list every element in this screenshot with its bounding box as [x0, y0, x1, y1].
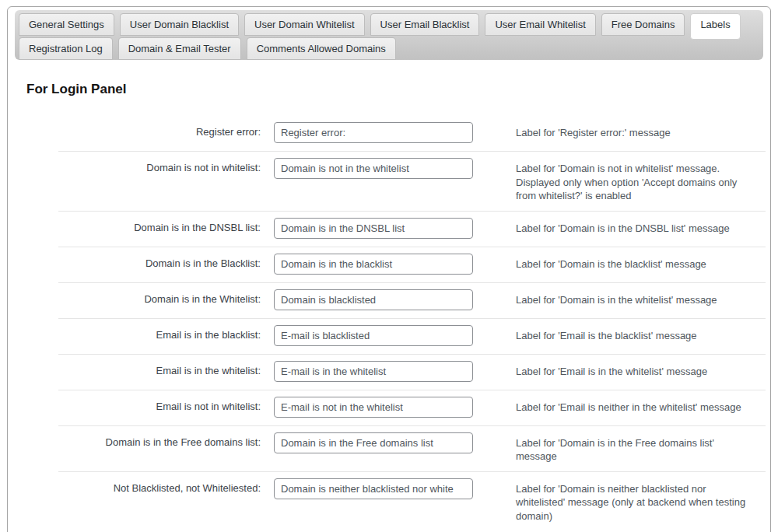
tab-comments-allowed-domains[interactable]: Comments Allowed Domains	[247, 37, 396, 60]
tab-labels[interactable]: Labels	[690, 13, 740, 40]
form-row-email-not-in-whitelist: Email is not in whitelist: Label for 'Em…	[58, 390, 766, 425]
labels-form: Register error: Label for 'Register erro…	[58, 116, 766, 530]
tab-row-2: Registration Log Domain & Email Tester C…	[19, 37, 759, 60]
row-input-wrap	[274, 325, 473, 346]
email-not-in-whitelist-input[interactable]	[274, 397, 473, 418]
form-row-domain-not-in-whitelist: Domain is not in whitelist: Label for 'D…	[58, 151, 766, 211]
row-label: Domain is in the DNSBL list:	[58, 218, 261, 233]
domain-in-dnsbl-input[interactable]	[274, 218, 473, 239]
tab-row-1: General Settings User Domain Blacklist U…	[19, 13, 759, 36]
row-description: Label for 'Domain is the blacklist' mess…	[516, 254, 753, 271]
row-description: Label for 'Email is in the whitelist' me…	[516, 361, 753, 379]
row-label: Domain is in the Whitelist:	[58, 289, 261, 305]
row-input-wrap	[274, 361, 473, 382]
row-description: Label for 'Domain is not in whitelist' m…	[516, 158, 753, 203]
row-description: Label for 'Email is the blacklist' messa…	[516, 325, 753, 343]
tab-free-domains[interactable]: Free Domains	[601, 13, 685, 36]
row-description: Label for 'Domain is in the DNSBL list' …	[516, 218, 753, 236]
form-row-email-in-whitelist: Email is in the whitelist: Label for 'Em…	[58, 354, 766, 390]
row-input-wrap	[274, 158, 473, 179]
form-row-domain-in-free-domains: Domain is in the Free domains list: Labe…	[58, 425, 766, 471]
domain-not-in-whitelist-input[interactable]	[274, 158, 473, 179]
row-input-wrap	[274, 397, 473, 418]
form-row-domain-in-whitelist: Domain is in the Whitelist: Label for 'D…	[58, 282, 766, 318]
tab-general-settings[interactable]: General Settings	[19, 13, 114, 36]
domain-in-blacklist-input[interactable]	[274, 254, 473, 275]
tab-user-email-whitelist[interactable]: User Email Whitelist	[485, 13, 595, 36]
section-heading: For Login Panel	[26, 82, 766, 97]
row-description: Label for 'Email is neither in the white…	[516, 397, 753, 415]
row-description: Label for 'Domain is neither blacklisted…	[516, 478, 753, 523]
email-in-whitelist-input[interactable]	[274, 361, 473, 382]
row-description: Label for 'Register error:' message	[516, 122, 753, 140]
row-label: Domain is in the Free domains list:	[58, 432, 261, 448]
row-description: Label for 'Domain is in the whitelist' m…	[516, 289, 753, 307]
row-label: Domain is not in whitelist:	[58, 158, 261, 173]
row-label: Domain is in the Blacklist:	[58, 254, 261, 269]
settings-panel: General Settings User Domain Blacklist U…	[7, 6, 771, 532]
content-band: General Settings User Domain Blacklist U…	[0, 0, 778, 532]
settings-page: General Settings User Domain Blacklist U…	[0, 0, 778, 532]
row-label: Email is in the whitelist:	[58, 361, 261, 376]
row-label: Not Blacklisted, not Whiteliested:	[58, 478, 261, 494]
tab-user-email-blacklist[interactable]: User Email Blacklist	[370, 13, 480, 36]
row-input-wrap	[274, 478, 473, 499]
tab-user-domain-whitelist[interactable]: User Domain Whitelist	[244, 13, 365, 36]
domain-in-whitelist-input[interactable]	[274, 289, 473, 310]
not-blacklisted-not-whitelisted-input[interactable]	[274, 478, 473, 499]
row-input-wrap	[274, 254, 473, 275]
tab-strip: General Settings User Domain Blacklist U…	[15, 10, 763, 60]
form-row-domain-in-blacklist: Domain is in the Blacklist: Label for 'D…	[58, 247, 766, 282]
row-input-wrap	[274, 122, 473, 143]
domain-in-free-domains-input[interactable]	[274, 432, 473, 453]
tab-user-domain-blacklist[interactable]: User Domain Blacklist	[120, 13, 239, 36]
tab-registration-log[interactable]: Registration Log	[19, 37, 113, 60]
tab-domain-email-tester[interactable]: Domain & Email Tester	[118, 37, 241, 60]
row-input-wrap	[274, 289, 473, 310]
row-label: Register error:	[58, 122, 261, 138]
row-description: Label for 'Domain is in the Free domains…	[516, 432, 753, 464]
register-error-input[interactable]	[274, 122, 473, 143]
form-row-email-in-blacklist: Email is in the blacklist: Label for 'Em…	[58, 318, 766, 354]
form-row-not-blacklisted-not-whitelisted: Not Blacklisted, not Whiteliested: Label…	[58, 471, 766, 531]
email-in-blacklist-input[interactable]	[274, 325, 473, 346]
form-row-register-error: Register error: Label for 'Register erro…	[58, 116, 766, 151]
row-label: Email is in the blacklist:	[58, 325, 261, 341]
form-row-domain-in-dnsbl: Domain is in the DNSBL list: Label for '…	[58, 211, 766, 247]
tab-panel-labels: For Login Panel Register error: Label fo…	[8, 61, 770, 532]
row-input-wrap	[274, 432, 473, 453]
row-label: Email is not in whitelist:	[58, 397, 261, 412]
row-input-wrap	[274, 218, 473, 239]
